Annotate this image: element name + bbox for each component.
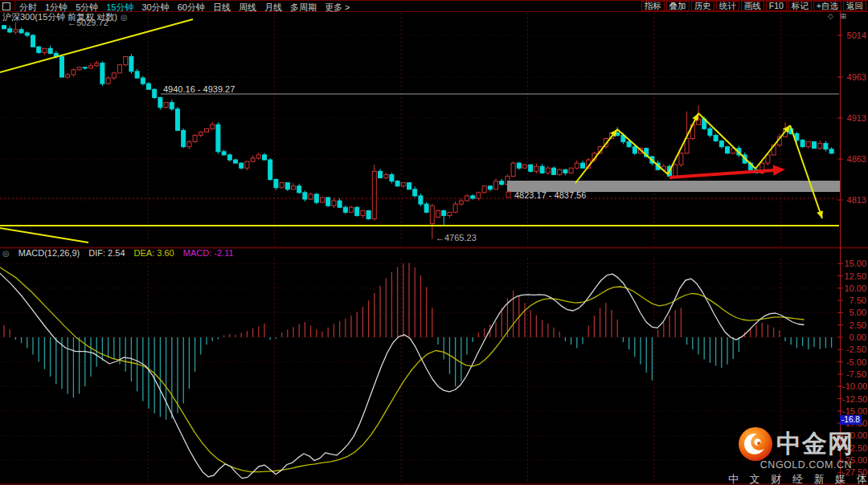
dea-value-label: DEA: 3.60 [134,248,174,258]
instrument-title: 沪深300(15分钟 前复权 对数) [2,12,117,22]
macd-tick-label: -10.00 [842,382,866,391]
timeframe-menu: 分时1分钟5分钟15分钟30分钟60分钟日线周线月线多周期更多 > [0,1,358,11]
toolbar-buttons: 指标叠加历史统计画线F10标记+自选返回 [640,1,866,11]
macd-tick-label: 15.00 [842,259,866,268]
macd-indicator-row: ◎ MACD(12,26,9) DIF: 2.54 DEA: 3.60 MACD… [2,248,240,259]
tab-分时[interactable]: 分时 [19,2,37,12]
macd-tick-label: -2.50 [842,345,866,354]
macd-tick-label: 0.00 [842,333,866,342]
macd-tick-label: 10.00 [842,284,866,293]
macd-tick-label: 2.50 [842,321,866,330]
logo-brand: 中金网 [776,428,854,460]
tab-60分钟[interactable]: 60分钟 [178,2,205,12]
button-+自选[interactable]: +自选 [813,1,841,11]
button-返回[interactable]: 返回 [843,1,866,11]
button-统计[interactable]: 统计 [716,1,739,11]
price-tick-label: 4913 [842,114,866,123]
dif-value-label: DIF: 2.54 [88,248,125,258]
price-tick-label: 5014 [842,31,866,40]
logo-tagline: 中 文 财 经 新 媒 体 [728,472,866,485]
price-tick-label: 4863 [842,155,866,164]
price-tick-label: 4813 [842,196,866,205]
button-历史[interactable]: 历史 [691,1,714,11]
macd-tick-label: -12.50 [842,395,866,404]
tab-1分钟[interactable]: 1分钟 [45,2,68,12]
pane-control-icons[interactable]: ◇ ⊞ [828,12,849,20]
timeframe-items: 分时1分钟5分钟15分钟30分钟60分钟日线周线月线多周期更多 > [19,0,358,14]
price-tick-label: 4963 [842,73,866,82]
range-label-zone: 4823.17 - 4837.56 [514,190,586,200]
macd-tick-label: 5.00 [842,308,866,317]
button-标记[interactable]: 标记 [788,1,812,11]
tab-5分钟[interactable]: 5分钟 [76,2,98,12]
macd-tick-label: 7.50 [842,296,866,305]
chart-title: 沪深300(15分钟 前复权 对数)◎ [2,12,128,22]
tab-周线[interactable]: 周线 [239,2,256,12]
top-toolbar: 分时1分钟5分钟15分钟30分钟60分钟日线周线月线多周期更多 > 指标叠加历史… [0,0,868,12]
button-F10[interactable]: F10 [766,1,787,11]
button-叠加[interactable]: 叠加 [666,1,690,11]
tab-15分钟[interactable]: 15分钟 [106,2,133,12]
macd-value-label: MACD: -2.11 [183,248,234,258]
gear-icon[interactable]: ◎ [121,13,128,22]
gear-icon[interactable]: ◎ [2,249,10,258]
low-label: ←4765.23 [436,233,477,243]
macd-min-badge: -16.8 [840,415,862,425]
tab-多周期[interactable]: 多周期 [290,2,317,12]
button-指标[interactable]: 指标 [641,1,665,11]
macd-params-label: MACD(12,26,9) [18,248,80,258]
tab-月线[interactable]: 月线 [264,2,282,12]
window-icon[interactable] [2,2,10,10]
chart-canvas[interactable] [0,0,868,485]
macd-tick-label: -7.50 [842,370,866,379]
macd-tick-label: 12.50 [842,272,866,281]
macd-tick-label: -5.00 [842,358,866,367]
toolbar-divider [14,1,15,11]
tab-日线[interactable]: 日线 [213,2,231,12]
trading-app-window: 分时1分钟5分钟15分钟30分钟60分钟日线周线月线多周期更多 > 指标叠加历史… [0,0,868,485]
cngold-logo-icon [738,426,773,462]
button-画线[interactable]: 画线 [741,1,764,11]
tab-更多 >[interactable]: 更多 > [325,2,350,12]
range-label-high: 4940.16 - 4939.27 [163,84,235,94]
cngold-logo: 中金网 CNGOLD.COM.CN 中 文 财 经 新 媒 体 [738,426,866,485]
tab-30分钟[interactable]: 30分钟 [142,2,170,12]
